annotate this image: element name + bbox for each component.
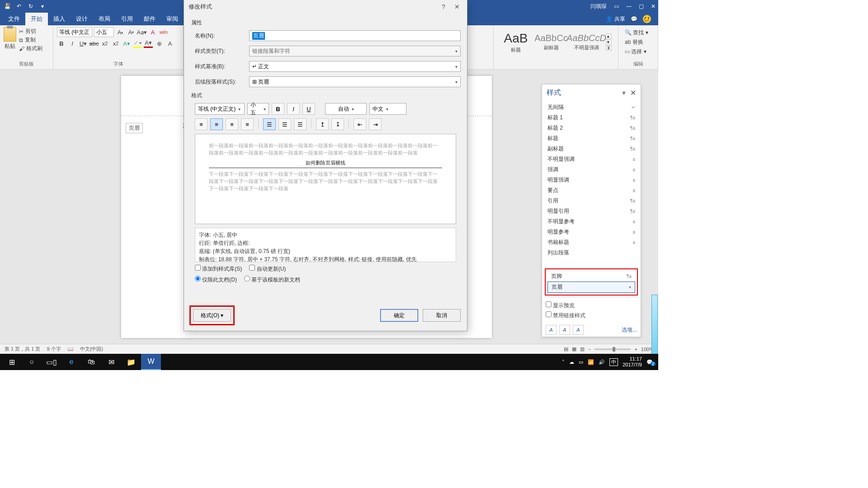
manage-styles-icon[interactable]: A (573, 325, 584, 335)
zoom-slider[interactable] (594, 348, 631, 350)
spacing-2-icon[interactable]: ☰ (294, 118, 307, 130)
align-center-icon[interactable]: ≡ (210, 118, 223, 130)
template-radio[interactable]: 基于该模板的新文档 (244, 276, 300, 284)
style-row[interactable]: 要点a (544, 185, 639, 196)
style-thumb-title[interactable]: AaB标题 (500, 30, 532, 54)
tab-layout[interactable]: 布局 (93, 13, 116, 25)
comments-icon[interactable]: 💬 (631, 16, 637, 22)
auto-update-check[interactable]: 自动更新(U) (249, 265, 286, 273)
style-thumb-subtle[interactable]: AaBbCcD不明显强调 (571, 30, 602, 54)
edge-icon[interactable]: e (61, 354, 81, 370)
style-row[interactable]: 书籍标题a (544, 237, 639, 248)
word-icon[interactable]: W (141, 354, 161, 370)
tray-ime[interactable]: 中 (609, 358, 618, 366)
dlg-size-combo[interactable]: 小五 (247, 103, 269, 115)
tray-battery-icon[interactable]: ▭ (579, 359, 583, 365)
style-row[interactable]: 强调a (544, 164, 639, 175)
dlg-bold-icon[interactable]: B (272, 103, 284, 115)
tray-volume-icon[interactable]: 🔊 (599, 359, 605, 365)
format-painter-button[interactable]: 🖌 格式刷 (19, 44, 42, 53)
style-row[interactable]: 明显参考a (544, 227, 639, 237)
view-print-icon[interactable]: ▦ (572, 346, 576, 352)
view-web-icon[interactable]: ▥ (580, 346, 585, 352)
tray-onedrive-icon[interactable]: ☁ (569, 359, 574, 365)
dialog-close-icon[interactable]: ✕ (452, 3, 462, 10)
ribbon-display-icon[interactable]: ▭ (614, 3, 619, 9)
share-button[interactable]: 👤共享 (606, 15, 625, 23)
dlg-underline-icon[interactable]: U (302, 103, 315, 115)
align-left-icon[interactable]: ≡ (195, 118, 208, 130)
gallery-up-icon[interactable]: ▴ (606, 33, 612, 39)
gallery-more-icon[interactable]: ⊻ (606, 45, 612, 51)
qat-more-icon[interactable]: ▾ (39, 3, 46, 10)
replace-button[interactable]: ab 替换 (625, 38, 651, 46)
feedback-icon[interactable] (643, 15, 651, 23)
start-icon[interactable]: ⊞ (2, 354, 22, 370)
dialog-help-icon[interactable]: ? (438, 3, 449, 10)
show-preview-check[interactable]: 显示预览 (546, 300, 637, 310)
type-select[interactable]: 链接段落和字符 (249, 46, 461, 56)
tab-mailings[interactable]: 邮件 (138, 13, 161, 25)
zoom-in-icon[interactable]: + (634, 347, 637, 352)
font-size-combo[interactable]: 小五 (94, 27, 114, 37)
disable-linked-check[interactable]: 禁用链接样式 (546, 310, 637, 320)
spacing-15-icon[interactable]: ☰ (278, 118, 291, 130)
add-gallery-check[interactable]: 添加到样式库(S) (195, 265, 242, 273)
text-effects-icon[interactable]: A▾ (122, 39, 131, 48)
style-row[interactable]: 引用¶a (544, 196, 639, 206)
tab-review[interactable]: 审阅 (161, 13, 184, 25)
indent-inc-icon[interactable]: ⇥ (369, 118, 382, 130)
change-case-icon[interactable]: Aa▾ (137, 28, 146, 37)
pane-dropdown-icon[interactable]: ▾ (622, 89, 626, 97)
para-before-icon[interactable]: ↥ (316, 118, 329, 130)
ok-button[interactable]: 确定 (380, 309, 418, 322)
subscript-icon[interactable]: x2 (100, 39, 109, 48)
style-row[interactable]: 明显引用¶a (544, 206, 639, 216)
tab-design[interactable]: 设计 (71, 13, 93, 25)
style-row[interactable]: 标题 2¶a (544, 123, 639, 133)
style-row[interactable]: 页眉 ▾ (547, 282, 635, 293)
strike-icon[interactable]: abc (90, 39, 99, 48)
spacing-1-icon[interactable]: ☰ (263, 118, 276, 130)
name-input[interactable]: 页眉 (249, 30, 461, 41)
superscript-icon[interactable]: x2 (111, 39, 120, 48)
options-link[interactable]: 选项... (622, 326, 637, 334)
underline-icon[interactable]: U▾ (79, 39, 88, 48)
gallery-down-icon[interactable]: ▾ (606, 39, 612, 45)
enclose-icon[interactable]: ⊕ (155, 39, 164, 48)
scroll-magnifier[interactable] (651, 295, 658, 354)
language-status[interactable]: 中文(中国) (80, 346, 103, 352)
styles-list[interactable]: 无间隔↵标题 1¶a标题 2¶a标题¶a副标题¶a不明显强调a强调a明显强调a要… (542, 101, 641, 267)
indent-dec-icon[interactable]: ⇤ (354, 118, 366, 130)
based-select[interactable]: ↵ 正文 (249, 61, 461, 72)
this-doc-radio[interactable]: 仅限此文档(D) (195, 276, 237, 284)
style-description[interactable]: 字体: 小五, 居中 行距: 单倍行距, 边框: 底端: (单实线, 自动设置,… (195, 228, 456, 262)
dlg-lang-combo[interactable]: 中文 (369, 103, 406, 115)
minimize-icon[interactable]: — (626, 3, 632, 9)
next-select[interactable]: ⊞ 页眉 (249, 76, 461, 87)
dlg-font-combo[interactable]: 等线 (中文正文) (195, 103, 245, 115)
tray-wifi-icon[interactable]: 📶 (588, 359, 594, 365)
spellcheck-icon[interactable]: 📖 (67, 346, 74, 352)
cancel-button[interactable]: 取消 (423, 309, 461, 322)
save-icon[interactable]: 💾 (4, 3, 11, 10)
undo-icon[interactable]: ↶ (15, 3, 23, 10)
tray-chevron-icon[interactable]: ˄ (562, 359, 565, 365)
task-view-icon[interactable]: ▭▯ (42, 354, 61, 370)
redo-icon[interactable]: ↻ (27, 3, 34, 10)
highlight-icon[interactable]: ⟋▾ (133, 39, 142, 48)
copy-button[interactable]: ⧉ 复制 (19, 36, 42, 44)
tab-home[interactable]: 开始 (25, 13, 48, 25)
cut-button[interactable]: ✂ 剪切 (19, 27, 42, 36)
font-color-icon[interactable]: A▾ (144, 39, 153, 48)
style-row[interactable]: 明显强调a (544, 175, 639, 185)
border-char-icon[interactable]: A (165, 39, 175, 48)
font-name-combo[interactable]: 等线 (中文正 (57, 27, 92, 37)
style-row[interactable]: 无间隔↵ (544, 102, 639, 113)
pane-close-icon[interactable]: ✕ (630, 89, 636, 97)
word-count[interactable]: 9 个字 (47, 346, 61, 352)
cortana-icon[interactable]: ○ (22, 354, 42, 370)
style-row[interactable]: 副标题¶a (544, 144, 639, 154)
style-row[interactable]: 不明显参考a (544, 216, 639, 227)
grow-font-icon[interactable]: A▴ (116, 28, 125, 37)
